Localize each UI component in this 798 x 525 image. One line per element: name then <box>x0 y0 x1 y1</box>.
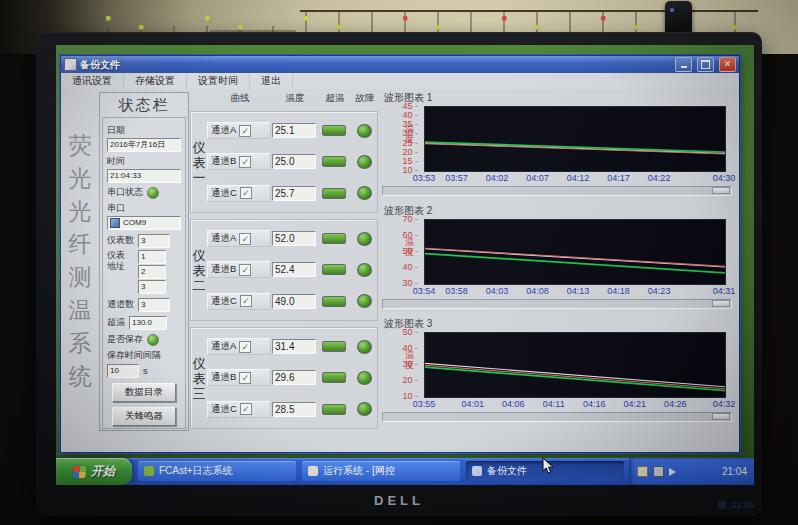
x-axis-tick: 03:55 <box>413 399 436 409</box>
address-item-3[interactable]: 3 <box>138 280 166 294</box>
curve-checkbox[interactable]: ✓ <box>240 403 252 415</box>
channel-row: 通道B✓52.4 <box>207 257 377 283</box>
bezel-reflection: 21:06 <box>718 500 754 510</box>
menu-item-1[interactable]: 通讯设置 <box>61 73 124 89</box>
y-axis-tick: 70 - <box>380 214 418 224</box>
fault-cell <box>351 340 377 354</box>
instrument-name-char: 一 <box>193 170 206 185</box>
y-axis-tick: 60 - <box>380 230 418 240</box>
curve-checkbox[interactable]: ✓ <box>239 156 251 168</box>
overtemp-led <box>322 372 346 383</box>
chart-scrollbar[interactable] <box>382 412 732 422</box>
header-fault: 故障 <box>352 92 378 105</box>
fault-cell <box>351 402 377 416</box>
x-axis-tick: 04:07 <box>526 173 549 183</box>
chart-series-lines <box>425 107 725 171</box>
system-title-char: 纤 <box>65 228 95 261</box>
curve-checkbox[interactable]: ✓ <box>240 295 252 307</box>
curve-checkbox[interactable]: ✓ <box>239 125 251 137</box>
channel-strip: 通道C✓ <box>207 293 271 310</box>
chart-scrollbar[interactable] <box>382 299 732 309</box>
taskbar-task-label: 运行系统 - [网控 <box>323 464 395 478</box>
x-axis-tick: 04:06 <box>502 399 525 409</box>
serial-port-select[interactable]: COM9 <box>107 216 181 230</box>
maximize-button[interactable] <box>697 57 714 72</box>
temperature-display: 28.5 <box>272 402 316 417</box>
x-axis-tick: 03:57 <box>445 173 468 183</box>
series-line-通道A <box>425 249 725 267</box>
instrument-count-field[interactable]: 3 <box>138 234 170 248</box>
fault-led <box>357 263 372 277</box>
y-axis-tick: 50 - <box>380 246 418 256</box>
address-item-2[interactable]: 2 <box>138 265 166 279</box>
temperature-display: 31.4 <box>272 339 316 354</box>
chart-scrollbar-thumb[interactable] <box>712 413 730 420</box>
close-button[interactable]: ✕ <box>719 57 736 72</box>
minimize-button[interactable] <box>675 57 692 72</box>
system-title-vertical: 荧光光纤测温系统 <box>65 129 95 393</box>
x-axis-tick: 03:58 <box>445 286 468 296</box>
channel-strip: 通道B✓ <box>207 153 271 170</box>
channel-row: 通道A✓31.4 <box>207 334 377 360</box>
usb-icon[interactable] <box>653 466 664 477</box>
instruments-header: 曲线温度超温故障 <box>190 92 378 105</box>
system-title-char: 统 <box>65 360 95 393</box>
bezel-reflection-icon <box>718 501 726 509</box>
io-port-icon <box>110 218 120 228</box>
menu-item-4[interactable]: 退出 <box>250 73 293 89</box>
curve-checkbox[interactable]: ✓ <box>239 233 251 245</box>
instrument-group-2: 仪表二通道A✓52.0通道B✓52.4通道C✓49.0 <box>190 219 378 321</box>
overtemp-cell <box>317 264 351 275</box>
overtemp-led <box>322 296 346 307</box>
taskbar-task-3[interactable]: 备份文件 <box>466 461 624 481</box>
fault-cell <box>351 294 377 308</box>
menu-item-2[interactable]: 存储设置 <box>124 73 187 89</box>
dell-logo: DELL <box>36 493 762 508</box>
interval-unit: s <box>143 366 148 376</box>
instrument-group-3: 仪表三通道A✓31.4通道B✓29.6通道C✓28.5 <box>190 327 378 429</box>
curve-checkbox[interactable]: ✓ <box>239 341 251 353</box>
series-line-通道A <box>425 363 725 386</box>
taskbar-task-icon <box>472 466 482 476</box>
start-button[interactable]: 开始 <box>56 458 132 485</box>
instrument-name-char: 仪 <box>193 248 206 263</box>
chart-scrollbar-thumb[interactable] <box>712 187 730 194</box>
volume-icon[interactable] <box>669 468 676 476</box>
y-axis-tick: 30 - <box>380 359 418 369</box>
system-title-char: 光 <box>65 162 95 195</box>
channel-label: 通道B <box>211 155 236 168</box>
curve-checkbox[interactable]: ✓ <box>239 264 251 276</box>
save-label: 是否保存 <box>107 333 143 346</box>
y-axis-tick: 20 - <box>380 375 418 385</box>
time-value: 21:04:33 <box>107 169 181 183</box>
curve-checkbox[interactable]: ✓ <box>239 372 251 384</box>
system-title-char: 荧 <box>65 129 95 162</box>
task-buttons: FCAst+日志系统运行系统 - [网控备份文件 <box>132 458 624 485</box>
time-label: 时间 <box>107 155 181 168</box>
chart-scrollbar[interactable] <box>382 186 732 196</box>
fault-led <box>357 186 372 200</box>
menu-item-3[interactable]: 设置时间 <box>187 73 250 89</box>
address-list: 123 <box>138 250 166 294</box>
temp-cell: 29.6 <box>271 370 317 385</box>
fault-led <box>357 294 372 308</box>
buzzer-off-button[interactable]: 关蜂鸣器 <box>112 407 176 426</box>
interval-field[interactable]: 10 <box>107 364 139 378</box>
overtemp-cell <box>317 372 351 383</box>
curve-checkbox[interactable]: ✓ <box>240 187 252 199</box>
taskbar-task-2[interactable]: 运行系统 - [网控 <box>302 461 460 481</box>
x-axis-tick: 03:54 <box>413 286 436 296</box>
temp-cell: 49.0 <box>271 294 317 309</box>
taskbar-task-1[interactable]: FCAst+日志系统 <box>138 461 296 481</box>
overtemp-field[interactable]: 130.0 <box>129 316 167 330</box>
address-item-1[interactable]: 1 <box>138 250 166 264</box>
temperature-display: 52.4 <box>272 262 316 277</box>
channel-count-field[interactable]: 3 <box>138 298 170 312</box>
chart-series-lines <box>425 333 725 397</box>
data-directory-button[interactable]: 数据目录 <box>112 383 176 402</box>
ime-tray-icon[interactable] <box>637 466 648 477</box>
interval-label: 保存时间间隔 <box>107 349 181 362</box>
address-label: 仪表地址 <box>107 250 133 294</box>
chart-scrollbar-thumb[interactable] <box>712 300 730 307</box>
overtemp-led <box>322 156 346 167</box>
